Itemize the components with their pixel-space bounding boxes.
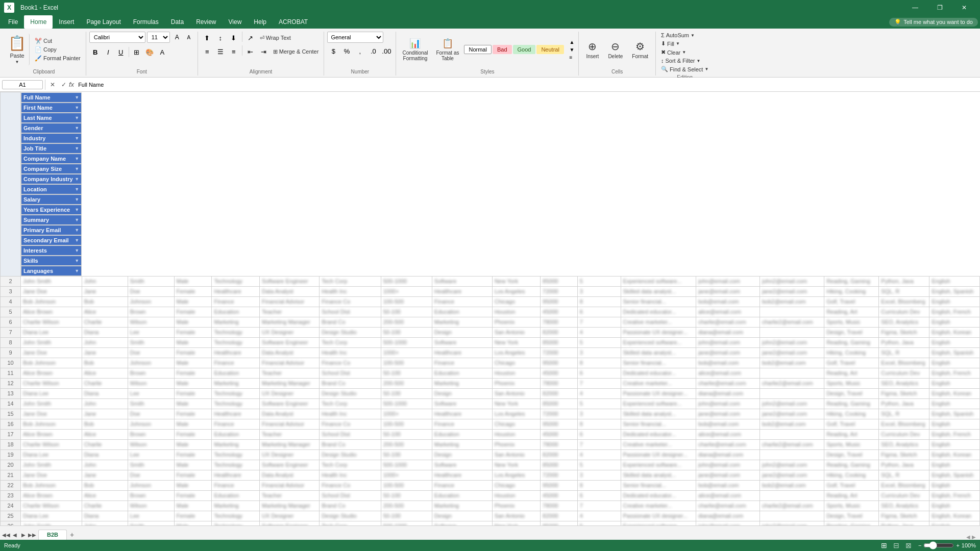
data-cell[interactable]: Johnson — [128, 480, 174, 490]
data-cell[interactable]: Data Analyst — [260, 470, 320, 480]
data-cell[interactable]: john@email.com — [696, 460, 760, 470]
data-cell[interactable]: Doe — [128, 409, 174, 419]
data-cell[interactable]: 5 — [577, 460, 621, 470]
tell-me-bar[interactable]: 💡 Tell me what you want to do — [889, 18, 978, 27]
col-filter-H[interactable]: ▼ — [75, 166, 79, 171]
data-cell[interactable]: 5 — [577, 276, 621, 286]
data-cell[interactable]: charlie@email.com — [696, 439, 760, 449]
data-cell[interactable]: English, Spanish — [929, 347, 980, 358]
conditional-formatting-button[interactable]: 📊 Conditional Formatting — [399, 34, 431, 65]
data-cell[interactable]: Sports, Music — [824, 378, 879, 388]
data-cell[interactable]: Charlie Wilson — [21, 317, 82, 327]
data-cell[interactable]: Healthcare — [432, 470, 492, 480]
col-header-M[interactable]: Summary ▼ — [21, 215, 82, 225]
data-cell[interactable]: Reading, Gaming — [824, 337, 879, 347]
col-filter-I[interactable]: ▼ — [75, 177, 79, 182]
data-cell[interactable]: Reading, Art — [824, 307, 879, 317]
data-cell[interactable]: Male — [174, 378, 212, 388]
data-cell[interactable]: English, Korean — [929, 327, 980, 337]
clear-button[interactable]: ✖ Clear ▼ — [659, 48, 688, 56]
data-cell[interactable]: 50-100 — [381, 449, 432, 460]
data-cell[interactable]: Finance — [432, 358, 492, 368]
data-cell[interactable]: Figma, Sketch — [879, 449, 929, 460]
data-cell[interactable]: Bob Johnson — [21, 480, 82, 490]
data-cell[interactable]: English — [929, 500, 980, 511]
data-cell[interactable]: charlie2@email.com — [760, 317, 824, 327]
data-cell[interactable]: Female — [174, 449, 212, 460]
data-cell[interactable]: Hiking, Cooking — [824, 470, 879, 480]
data-cell[interactable]: Reading, Gaming — [824, 521, 879, 525]
data-cell[interactable]: Technology — [212, 521, 260, 525]
data-cell[interactable]: Reading, Art — [824, 368, 879, 378]
menu-file[interactable]: File — [2, 15, 24, 29]
col-filter-Q[interactable]: ▼ — [75, 258, 79, 263]
data-cell[interactable]: Passionate UX designer... — [621, 449, 696, 460]
data-cell[interactable]: 85000 — [541, 276, 578, 286]
data-cell[interactable]: Reading, Art — [824, 429, 879, 439]
data-cell[interactable]: New York — [492, 276, 540, 286]
zoom-out-button[interactable]: − — [918, 542, 921, 548]
sheet-nav-last[interactable]: ▶▶ — [28, 531, 36, 539]
data-cell[interactable]: Technology — [212, 511, 260, 521]
data-cell[interactable]: Dedicated educator... — [621, 429, 696, 439]
data-cell[interactable]: John Smith — [21, 460, 82, 470]
col-filter-F[interactable]: ▼ — [75, 146, 79, 151]
data-cell[interactable]: Charlie — [82, 439, 128, 449]
data-cell[interactable]: Alice — [82, 429, 128, 439]
data-cell[interactable]: 45000 — [541, 429, 578, 439]
data-cell[interactable]: Female — [174, 429, 212, 439]
data-cell[interactable]: Bob — [82, 480, 128, 490]
data-cell[interactable]: john@email.com — [696, 521, 760, 525]
data-cell[interactable]: San Antonio — [492, 388, 540, 398]
data-cell[interactable]: English, French — [929, 368, 980, 378]
data-cell[interactable]: jane@email.com — [696, 470, 760, 480]
data-cell[interactable]: Charlie Wilson — [21, 439, 82, 449]
data-cell[interactable]: Design Studio — [320, 388, 381, 398]
data-cell[interactable]: diana@email.com — [696, 449, 760, 460]
data-cell[interactable]: Education — [432, 307, 492, 317]
data-cell[interactable]: 72000 — [541, 286, 578, 296]
data-cell[interactable]: 50-100 — [381, 511, 432, 521]
data-cell[interactable]: Figma, Sketch — [879, 327, 929, 337]
data-cell[interactable]: Jane Doe — [21, 409, 82, 419]
data-cell[interactable]: School Dist — [320, 490, 381, 500]
data-cell[interactable]: jane@email.com — [696, 409, 760, 419]
data-cell[interactable]: UX Designer — [260, 511, 320, 521]
data-cell[interactable]: Los Angeles — [492, 409, 540, 419]
data-cell[interactable]: Diana Lee — [21, 327, 82, 337]
data-cell[interactable]: Johnson — [128, 419, 174, 429]
data-cell[interactable]: Technology — [212, 388, 260, 398]
data-cell[interactable]: 45000 — [541, 490, 578, 500]
data-cell[interactable]: UX Designer — [260, 449, 320, 460]
data-cell[interactable]: Male — [174, 276, 212, 286]
data-cell[interactable]: Design, Travel — [824, 327, 879, 337]
col-header-E[interactable]: Industry ▼ — [21, 133, 82, 143]
close-button[interactable]: ✕ — [952, 0, 976, 15]
data-cell[interactable]: Jane Doe — [21, 470, 82, 480]
data-cell[interactable]: Charlie Wilson — [21, 378, 82, 388]
fill-color-button[interactable]: 🎨 — [143, 46, 156, 58]
data-cell[interactable]: Female — [174, 409, 212, 419]
data-cell[interactable]: English — [929, 398, 980, 409]
data-cell[interactable]: Alice Brown — [21, 429, 82, 439]
data-cell[interactable]: Healthcare — [212, 409, 260, 419]
col-header-K[interactable]: Salary ▼ — [21, 194, 82, 205]
data-cell[interactable]: School Dist — [320, 368, 381, 378]
data-cell[interactable]: Charlie — [82, 500, 128, 511]
data-cell[interactable]: Chicago — [492, 296, 540, 307]
style-neutral[interactable]: Neutral — [536, 45, 564, 54]
data-cell[interactable]: 500-1000 — [381, 398, 432, 409]
data-cell[interactable]: Smith — [128, 521, 174, 525]
data-cell[interactable]: 500-1000 — [381, 521, 432, 525]
data-cell[interactable]: 4 — [577, 511, 621, 521]
data-cell[interactable]: Male — [174, 317, 212, 327]
align-bottom-button[interactable]: ⬇ — [228, 32, 240, 44]
data-cell[interactable]: charlie@email.com — [696, 317, 760, 327]
data-cell[interactable]: Jane — [82, 286, 128, 296]
font-family-select[interactable]: Calibri — [89, 32, 145, 43]
data-cell[interactable]: Male — [174, 521, 212, 525]
formula-input[interactable] — [76, 81, 978, 89]
data-cell[interactable]: Chicago — [492, 419, 540, 429]
menu-view[interactable]: View — [223, 15, 248, 29]
data-cell[interactable]: SQL, R — [879, 286, 929, 296]
